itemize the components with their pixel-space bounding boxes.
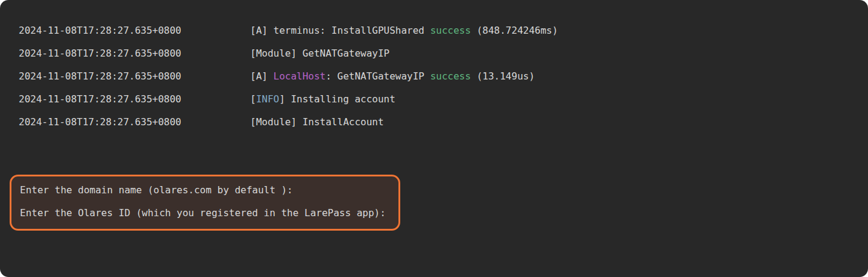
log-line: 2024-11-08T17:28:27.635+0800[Module] Get… bbox=[19, 42, 862, 65]
log-timestamp: 2024-11-08T17:28:27.635+0800 bbox=[19, 93, 250, 105]
log-message: [A] LocalHost: GetNATGatewayIP success (… bbox=[250, 70, 535, 82]
log-timestamp: 2024-11-08T17:28:27.635+0800 bbox=[19, 48, 250, 59]
prompt-domain-name: Enter the domain name (olares.com by def… bbox=[20, 178, 398, 201]
log-output: 2024-11-08T17:28:27.635+0800[A] terminus… bbox=[19, 19, 862, 133]
log-message: [INFO] Installing account bbox=[250, 93, 395, 105]
log-segment: (848.724246ms) bbox=[471, 25, 558, 36]
log-segment: success bbox=[430, 70, 471, 82]
log-segment: [ bbox=[250, 93, 256, 105]
log-segment: [Module] InstallAccount bbox=[250, 116, 384, 128]
terminal-window[interactable]: 2024-11-08T17:28:27.635+0800[A] terminus… bbox=[0, 0, 868, 277]
log-line: 2024-11-08T17:28:27.635+0800[A] terminus… bbox=[19, 19, 862, 42]
log-segment: [A] bbox=[250, 70, 274, 82]
log-message: [Module] GetNATGatewayIP bbox=[250, 48, 389, 59]
log-segment: LocalHost bbox=[274, 70, 326, 82]
log-timestamp: 2024-11-08T17:28:27.635+0800 bbox=[19, 116, 250, 128]
log-segment: [A] terminus: InstallGPUShared bbox=[250, 25, 430, 36]
log-segment: (13.149us) bbox=[471, 70, 535, 82]
log-segment: success bbox=[430, 25, 471, 36]
log-message: [A] terminus: InstallGPUShared success (… bbox=[250, 25, 558, 36]
log-line: 2024-11-08T17:28:27.635+0800[Module] Ins… bbox=[19, 110, 862, 133]
log-timestamp: 2024-11-08T17:28:27.635+0800 bbox=[19, 25, 250, 36]
log-segment: [Module] GetNATGatewayIP bbox=[250, 48, 389, 59]
prompt-box[interactable]: Enter the domain name (olares.com by def… bbox=[10, 175, 400, 231]
log-segment: INFO bbox=[256, 93, 280, 105]
log-segment: ] Installing account bbox=[279, 93, 395, 105]
log-line: 2024-11-08T17:28:27.635+0800[A] LocalHos… bbox=[19, 65, 862, 88]
log-segment: : GetNATGatewayIP bbox=[326, 70, 430, 82]
log-timestamp: 2024-11-08T17:28:27.635+0800 bbox=[19, 70, 250, 82]
log-message: [Module] InstallAccount bbox=[250, 116, 384, 128]
prompt-olares-id: Enter the Olares ID (which you registere… bbox=[20, 201, 398, 224]
log-line: 2024-11-08T17:28:27.635+0800[INFO] Insta… bbox=[19, 87, 862, 110]
